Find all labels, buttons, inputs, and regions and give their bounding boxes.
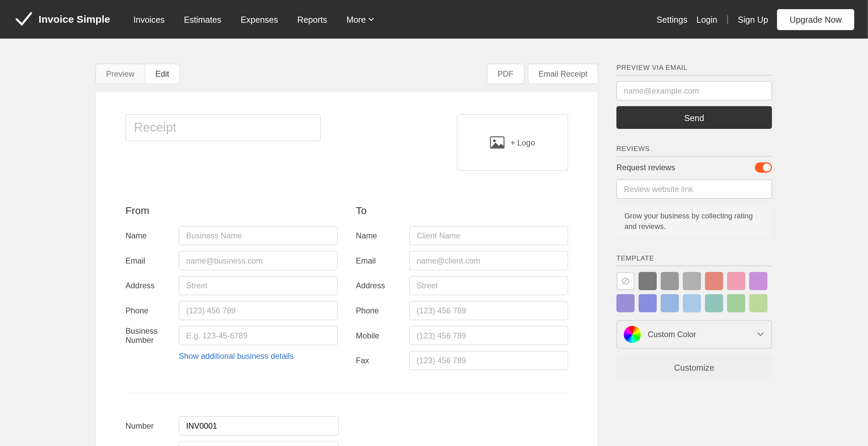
nav-expenses[interactable]: Expenses xyxy=(231,15,288,24)
app-header: Invoice Simple Invoices Estimates Expens… xyxy=(0,0,868,39)
pdf-button[interactable]: PDF xyxy=(487,63,524,84)
to-heading: To xyxy=(356,205,568,217)
logo-label: + Logo xyxy=(511,138,535,147)
to-address-input[interactable] xyxy=(409,276,568,295)
tab-edit[interactable]: Edit xyxy=(145,63,180,84)
color-swatch-12[interactable] xyxy=(749,294,768,313)
to-mobile-label: Mobile xyxy=(356,331,402,340)
customize-button[interactable]: Customize xyxy=(616,356,772,380)
color-swatch-1[interactable] xyxy=(661,272,679,290)
nav-reports[interactable]: Reports xyxy=(288,15,337,24)
to-fax-label: Fax xyxy=(356,356,402,365)
email-receipt-button[interactable]: Email Receipt xyxy=(528,63,598,84)
to-address-label: Address xyxy=(356,281,402,290)
svg-point-1 xyxy=(493,139,496,142)
send-button[interactable]: Send xyxy=(616,106,772,129)
from-biznum-label: Business Number xyxy=(125,326,172,345)
color-swatch-8[interactable] xyxy=(661,294,679,313)
brand-logo-icon xyxy=(14,9,34,30)
to-fax-input[interactable] xyxy=(409,351,568,370)
nav-divider: | xyxy=(726,14,729,24)
color-swatch-7[interactable] xyxy=(638,294,657,313)
color-swatch-9[interactable] xyxy=(683,294,701,313)
image-icon xyxy=(490,136,505,149)
from-phone-label: Phone xyxy=(125,306,172,315)
from-email-label: Email xyxy=(125,256,172,265)
review-link-input[interactable] xyxy=(616,179,772,199)
number-label: Number xyxy=(125,421,172,430)
to-name-label: Name xyxy=(356,231,402,240)
from-heading: From xyxy=(125,205,338,217)
color-swatch-none[interactable] xyxy=(616,272,635,290)
chevron-down-icon xyxy=(756,332,764,337)
svg-line-3 xyxy=(623,279,628,284)
view-tabs: Preview Edit xyxy=(95,63,180,84)
template-section: TEMPLATE Custom Color Customize xyxy=(616,255,772,380)
document-title-input[interactable] xyxy=(125,114,321,141)
from-address-label: Address xyxy=(125,281,172,290)
color-swatch-4[interactable] xyxy=(727,272,745,290)
color-swatch-6[interactable] xyxy=(616,294,635,313)
preview-email-input[interactable] xyxy=(616,81,772,100)
from-address-input[interactable] xyxy=(179,276,338,295)
from-section: From Name Email Address Phone Business N… xyxy=(125,205,338,376)
reviews-title: REVIEWS xyxy=(616,145,772,157)
color-swatch-10[interactable] xyxy=(705,294,723,313)
custom-color-label: Custom Color xyxy=(648,330,750,339)
color-swatch-2[interactable] xyxy=(683,272,701,290)
color-swatch-0[interactable] xyxy=(638,272,657,290)
tab-preview[interactable]: Preview xyxy=(95,63,145,84)
logo-upload[interactable]: + Logo xyxy=(457,114,568,171)
reviews-section: REVIEWS Request reviews Grow your busine… xyxy=(616,145,772,239)
to-phone-label: Phone xyxy=(356,306,402,315)
to-name-input[interactable] xyxy=(409,226,568,245)
to-phone-input[interactable] xyxy=(409,301,568,320)
preview-email-section: PREVIEW VIA EMAIL Send xyxy=(616,63,772,129)
custom-color-row[interactable]: Custom Color xyxy=(616,321,772,349)
nav-settings[interactable]: Settings xyxy=(657,15,688,24)
receipt-card: + Logo From Name Email Address Phone Bus… xyxy=(95,91,598,446)
nav-estimates[interactable]: Estimates xyxy=(174,15,231,24)
nav-login[interactable]: Login xyxy=(696,15,717,24)
chevron-down-icon xyxy=(368,18,374,21)
nav-more[interactable]: More xyxy=(337,15,383,24)
brand-name: Invoice Simple xyxy=(39,13,110,25)
template-title: TEMPLATE xyxy=(616,255,772,267)
request-reviews-toggle[interactable] xyxy=(755,162,772,173)
from-phone-input[interactable] xyxy=(179,301,338,320)
nav-invoices[interactable]: Invoices xyxy=(124,15,174,24)
reviews-info: Grow your business by collecting rating … xyxy=(616,205,772,239)
date-input[interactable] xyxy=(179,441,339,446)
color-wheel-icon xyxy=(624,326,641,343)
from-name-label: Name xyxy=(125,231,172,240)
nav-signup[interactable]: Sign Up xyxy=(738,15,768,24)
preview-email-title: PREVIEW VIA EMAIL xyxy=(616,63,772,75)
color-swatch-11[interactable] xyxy=(727,294,745,313)
to-email-input[interactable] xyxy=(409,251,568,270)
upgrade-button[interactable]: Upgrade Now xyxy=(777,9,854,30)
color-swatch-3[interactable] xyxy=(705,272,723,290)
from-email-input[interactable] xyxy=(179,251,338,270)
to-email-label: Email xyxy=(356,256,402,265)
to-section: To Name Email Address Phone Mobile Fax xyxy=(356,205,568,376)
number-input[interactable] xyxy=(179,416,339,435)
color-swatch-5[interactable] xyxy=(749,272,768,290)
to-mobile-input[interactable] xyxy=(409,326,568,345)
show-additional-link[interactable]: Show additional business details xyxy=(179,351,294,361)
from-biznum-input[interactable] xyxy=(179,326,338,345)
request-reviews-label: Request reviews xyxy=(616,163,675,172)
from-name-input[interactable] xyxy=(179,226,338,245)
